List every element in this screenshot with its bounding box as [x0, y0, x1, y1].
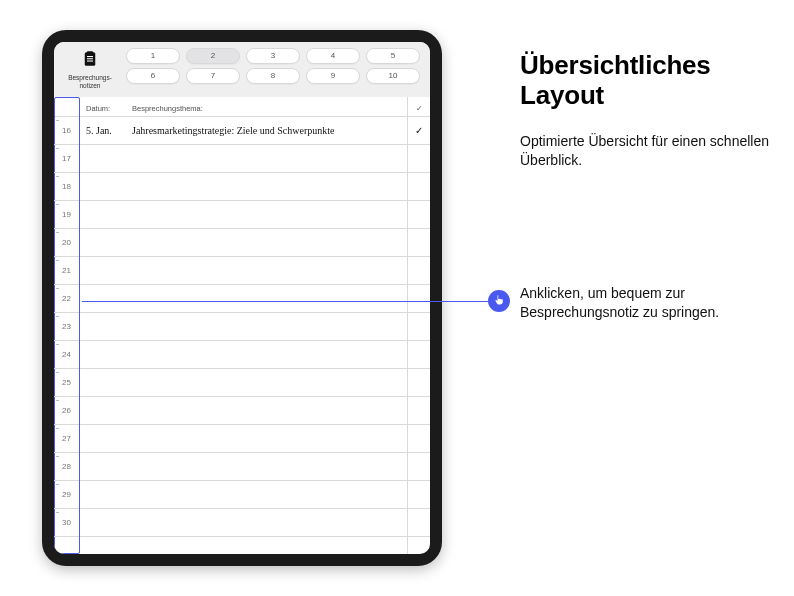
row-number-column: 161718192021222324252627282930	[54, 97, 80, 554]
page-pill-4[interactable]: 4	[306, 48, 360, 64]
page-pill-9[interactable]: 9	[306, 68, 360, 84]
row-content-21[interactable]	[80, 257, 407, 285]
page-pill-6[interactable]: 6	[126, 68, 180, 84]
row-content-20[interactable]	[80, 229, 407, 257]
row-date: 5. Jan.	[80, 125, 132, 136]
row-content-19[interactable]	[80, 201, 407, 229]
notes-icon-caption: Besprechungs- notizen	[68, 74, 112, 89]
row-number-21[interactable]: 21	[54, 257, 79, 285]
row-number-18[interactable]: 18	[54, 173, 79, 201]
row-content-17[interactable]	[80, 145, 407, 173]
page-pill-5[interactable]: 5	[366, 48, 420, 64]
page-pill-1[interactable]: 1	[126, 48, 180, 64]
row-content-22[interactable]	[80, 285, 407, 313]
content-header: Datum: Besprechungsthema:	[80, 97, 407, 117]
svg-rect-3	[87, 58, 93, 59]
svg-rect-4	[87, 61, 93, 62]
row-number-28[interactable]: 28	[54, 453, 79, 481]
tablet-screen: Besprechungs- notizen 12345678910 161718…	[54, 42, 430, 554]
row-check-16[interactable]: ✓	[408, 117, 430, 145]
header-topic: Besprechungsthema:	[132, 104, 407, 113]
header-check: ✓	[408, 97, 430, 117]
row-number-header	[54, 97, 79, 117]
row-check-22[interactable]	[408, 285, 430, 313]
content-column: Datum: Besprechungsthema: 5. Jan.Jahresm…	[80, 97, 407, 554]
row-check-27[interactable]	[408, 425, 430, 453]
notes-table: 161718192021222324252627282930 Datum: Be…	[54, 97, 430, 554]
row-number-19[interactable]: 19	[54, 201, 79, 229]
row-check-23[interactable]	[408, 313, 430, 341]
pointer-icon	[493, 292, 505, 310]
svg-rect-1	[87, 51, 93, 54]
row-check-20[interactable]	[408, 229, 430, 257]
row-number-20[interactable]: 20	[54, 229, 79, 257]
row-content-29[interactable]	[80, 481, 407, 509]
row-check-24[interactable]	[408, 341, 430, 369]
row-number-30[interactable]: 30	[54, 509, 79, 537]
row-number-27[interactable]: 27	[54, 425, 79, 453]
notes-icon-button[interactable]: Besprechungs- notizen	[64, 48, 116, 89]
row-content-16[interactable]: 5. Jan.Jahresmarketingstrategie: Ziele u…	[80, 117, 407, 145]
row-content-23[interactable]	[80, 313, 407, 341]
page-pill-7[interactable]: 7	[186, 68, 240, 84]
row-topic: Jahresmarketingstrategie: Ziele und Schw…	[132, 125, 407, 136]
page-pill-2[interactable]: 2	[186, 48, 240, 64]
row-check-18[interactable]	[408, 173, 430, 201]
headline: Übersichtliches Layout	[520, 50, 770, 110]
check-column: ✓ ✓	[407, 97, 430, 554]
marketing-copy: Übersichtliches Layout Optimierte Übersi…	[520, 50, 770, 186]
row-number-25[interactable]: 25	[54, 369, 79, 397]
row-number-16[interactable]: 16	[54, 117, 79, 145]
subtitle: Optimierte Übersicht für einen schnellen…	[520, 132, 770, 170]
row-check-29[interactable]	[408, 481, 430, 509]
row-number-29[interactable]: 29	[54, 481, 79, 509]
page-pill-8[interactable]: 8	[246, 68, 300, 84]
clipboard-icon	[81, 50, 99, 72]
header-date: Datum:	[80, 104, 132, 113]
row-check-17[interactable]	[408, 145, 430, 173]
row-check-26[interactable]	[408, 397, 430, 425]
tablet-device: Besprechungs- notizen 12345678910 161718…	[42, 30, 442, 566]
svg-rect-2	[87, 56, 93, 57]
row-content-30[interactable]	[80, 509, 407, 537]
row-number-26[interactable]: 26	[54, 397, 79, 425]
callout-pointer-badge	[488, 290, 510, 312]
row-check-19[interactable]	[408, 201, 430, 229]
page-pill-grid: 12345678910	[126, 48, 420, 84]
row-content-25[interactable]	[80, 369, 407, 397]
row-number-23[interactable]: 23	[54, 313, 79, 341]
row-number-17[interactable]: 17	[54, 145, 79, 173]
row-check-21[interactable]	[408, 257, 430, 285]
row-content-18[interactable]	[80, 173, 407, 201]
row-content-26[interactable]	[80, 397, 407, 425]
row-check-28[interactable]	[408, 453, 430, 481]
page-pill-10[interactable]: 10	[366, 68, 420, 84]
row-check-25[interactable]	[408, 369, 430, 397]
row-check-30[interactable]	[408, 509, 430, 537]
jump-note: Anklicken, um bequem zur Besprechungsnot…	[520, 284, 770, 322]
row-content-27[interactable]	[80, 425, 407, 453]
row-content-28[interactable]	[80, 453, 407, 481]
page-pill-3[interactable]: 3	[246, 48, 300, 64]
row-number-24[interactable]: 24	[54, 341, 79, 369]
row-number-22[interactable]: 22	[54, 285, 79, 313]
row-content-24[interactable]	[80, 341, 407, 369]
app-toolbar: Besprechungs- notizen 12345678910	[54, 42, 430, 97]
